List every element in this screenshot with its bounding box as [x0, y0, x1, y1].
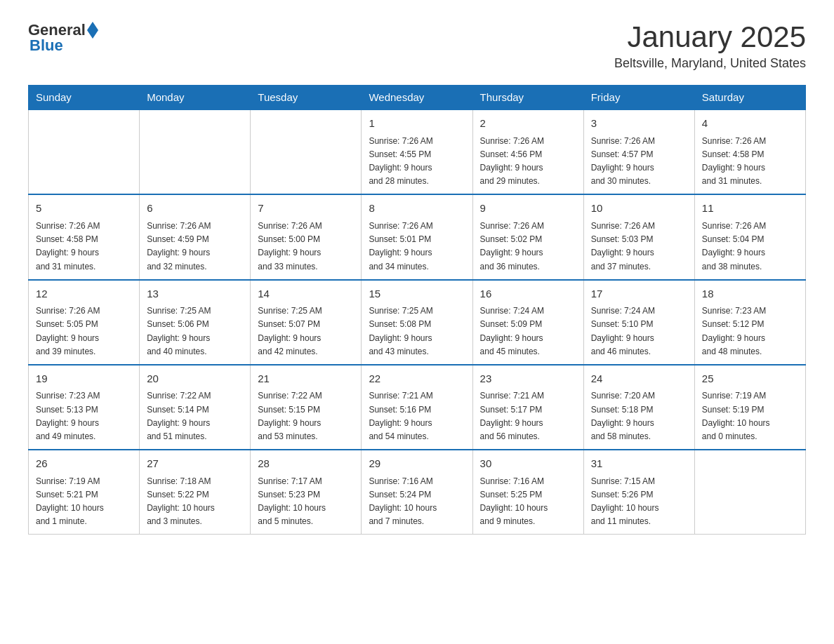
day-cell: 22Sunrise: 7:21 AM Sunset: 5:16 PM Dayli…: [362, 365, 472, 450]
logo-triangle-down-icon: [87, 30, 98, 39]
day-cell: [251, 109, 362, 194]
day-info: Sunrise: 7:22 AM Sunset: 5:15 PM Dayligh…: [258, 389, 354, 443]
day-number: 6: [147, 201, 243, 217]
logo-blue-text: Blue: [29, 36, 63, 55]
day-info: Sunrise: 7:21 AM Sunset: 5:16 PM Dayligh…: [369, 389, 465, 443]
day-cell: 28Sunrise: 7:17 AM Sunset: 5:23 PM Dayli…: [251, 450, 362, 535]
day-info: Sunrise: 7:16 AM Sunset: 5:25 PM Dayligh…: [480, 475, 576, 529]
day-info: Sunrise: 7:26 AM Sunset: 4:59 PM Dayligh…: [147, 220, 243, 274]
day-info: Sunrise: 7:26 AM Sunset: 4:56 PM Dayligh…: [480, 135, 576, 189]
day-info: Sunrise: 7:18 AM Sunset: 5:22 PM Dayligh…: [147, 475, 243, 529]
title-section: January 2025 Beltsville, Maryland, Unite…: [614, 21, 806, 71]
day-cell: 15Sunrise: 7:25 AM Sunset: 5:08 PM Dayli…: [362, 280, 472, 365]
day-info: Sunrise: 7:26 AM Sunset: 4:58 PM Dayligh…: [702, 135, 798, 189]
week-row-3: 12Sunrise: 7:26 AM Sunset: 5:05 PM Dayli…: [29, 280, 806, 365]
day-number: 3: [591, 116, 687, 132]
header-cell-tuesday: Tuesday: [251, 86, 362, 110]
day-cell: 9Sunrise: 7:26 AM Sunset: 5:02 PM Daylig…: [472, 194, 583, 279]
header-cell-saturday: Saturday: [694, 86, 805, 110]
day-number: 27: [147, 456, 243, 472]
week-row-4: 19Sunrise: 7:23 AM Sunset: 5:13 PM Dayli…: [29, 365, 806, 450]
day-info: Sunrise: 7:21 AM Sunset: 5:17 PM Dayligh…: [480, 389, 576, 443]
day-info: Sunrise: 7:26 AM Sunset: 5:04 PM Dayligh…: [702, 220, 798, 274]
day-info: Sunrise: 7:26 AM Sunset: 5:05 PM Dayligh…: [36, 304, 132, 358]
day-info: Sunrise: 7:23 AM Sunset: 5:13 PM Dayligh…: [36, 389, 132, 443]
day-info: Sunrise: 7:16 AM Sunset: 5:24 PM Dayligh…: [369, 475, 465, 529]
day-info: Sunrise: 7:26 AM Sunset: 4:55 PM Dayligh…: [369, 135, 465, 189]
day-number: 23: [480, 371, 576, 387]
day-cell: 18Sunrise: 7:23 AM Sunset: 5:12 PM Dayli…: [694, 280, 805, 365]
day-cell: 5Sunrise: 7:26 AM Sunset: 4:58 PM Daylig…: [29, 194, 140, 279]
day-cell: 19Sunrise: 7:23 AM Sunset: 5:13 PM Dayli…: [29, 365, 140, 450]
week-row-5: 26Sunrise: 7:19 AM Sunset: 5:21 PM Dayli…: [29, 450, 806, 535]
day-number: 18: [702, 286, 798, 302]
day-info: Sunrise: 7:26 AM Sunset: 5:03 PM Dayligh…: [591, 220, 687, 274]
day-info: Sunrise: 7:19 AM Sunset: 5:21 PM Dayligh…: [36, 475, 132, 529]
day-cell: [29, 109, 140, 194]
day-info: Sunrise: 7:24 AM Sunset: 5:09 PM Dayligh…: [480, 304, 576, 358]
day-cell: 10Sunrise: 7:26 AM Sunset: 5:03 PM Dayli…: [583, 194, 694, 279]
day-cell: 6Sunrise: 7:26 AM Sunset: 4:59 PM Daylig…: [140, 194, 251, 279]
day-cell: 14Sunrise: 7:25 AM Sunset: 5:07 PM Dayli…: [251, 280, 362, 365]
header-row: SundayMondayTuesdayWednesdayThursdayFrid…: [29, 86, 806, 110]
day-info: Sunrise: 7:15 AM Sunset: 5:26 PM Dayligh…: [591, 475, 687, 529]
day-cell: 16Sunrise: 7:24 AM Sunset: 5:09 PM Dayli…: [472, 280, 583, 365]
day-number: 8: [369, 201, 465, 217]
day-number: 31: [591, 456, 687, 472]
day-cell: 12Sunrise: 7:26 AM Sunset: 5:05 PM Dayli…: [29, 280, 140, 365]
day-cell: 13Sunrise: 7:25 AM Sunset: 5:06 PM Dayli…: [140, 280, 251, 365]
day-number: 4: [702, 116, 798, 132]
day-number: 26: [36, 456, 132, 472]
day-info: Sunrise: 7:26 AM Sunset: 4:57 PM Dayligh…: [591, 135, 687, 189]
day-number: 11: [702, 201, 798, 217]
day-number: 25: [702, 371, 798, 387]
page-header: General Blue January 2025 Beltsville, Ma…: [28, 21, 806, 71]
day-number: 30: [480, 456, 576, 472]
day-number: 28: [258, 456, 354, 472]
day-cell: 25Sunrise: 7:19 AM Sunset: 5:19 PM Dayli…: [694, 365, 805, 450]
day-cell: 4Sunrise: 7:26 AM Sunset: 4:58 PM Daylig…: [694, 109, 805, 194]
week-row-1: 1Sunrise: 7:26 AM Sunset: 4:55 PM Daylig…: [29, 109, 806, 194]
day-info: Sunrise: 7:22 AM Sunset: 5:14 PM Dayligh…: [147, 389, 243, 443]
day-number: 14: [258, 286, 354, 302]
day-cell: 8Sunrise: 7:26 AM Sunset: 5:01 PM Daylig…: [362, 194, 472, 279]
calendar-table: SundayMondayTuesdayWednesdayThursdayFrid…: [28, 85, 806, 535]
day-cell: 31Sunrise: 7:15 AM Sunset: 5:26 PM Dayli…: [583, 450, 694, 535]
header-cell-sunday: Sunday: [29, 86, 140, 110]
calendar-subtitle: Beltsville, Maryland, United States: [614, 56, 806, 71]
day-cell: 3Sunrise: 7:26 AM Sunset: 4:57 PM Daylig…: [583, 109, 694, 194]
logo: General Blue: [28, 21, 98, 55]
day-number: 19: [36, 371, 132, 387]
day-number: 7: [258, 201, 354, 217]
day-info: Sunrise: 7:25 AM Sunset: 5:07 PM Dayligh…: [258, 304, 354, 358]
day-info: Sunrise: 7:24 AM Sunset: 5:10 PM Dayligh…: [591, 304, 687, 358]
day-info: Sunrise: 7:26 AM Sunset: 5:02 PM Dayligh…: [480, 220, 576, 274]
header-cell-friday: Friday: [583, 86, 694, 110]
day-number: 13: [147, 286, 243, 302]
header-cell-monday: Monday: [140, 86, 251, 110]
day-number: 12: [36, 286, 132, 302]
day-info: Sunrise: 7:23 AM Sunset: 5:12 PM Dayligh…: [702, 304, 798, 358]
day-info: Sunrise: 7:19 AM Sunset: 5:19 PM Dayligh…: [702, 389, 798, 443]
day-info: Sunrise: 7:26 AM Sunset: 5:00 PM Dayligh…: [258, 220, 354, 274]
day-number: 15: [369, 286, 465, 302]
day-cell: 1Sunrise: 7:26 AM Sunset: 4:55 PM Daylig…: [362, 109, 472, 194]
day-cell: 7Sunrise: 7:26 AM Sunset: 5:00 PM Daylig…: [251, 194, 362, 279]
day-number: 22: [369, 371, 465, 387]
header-cell-thursday: Thursday: [472, 86, 583, 110]
day-info: Sunrise: 7:25 AM Sunset: 5:06 PM Dayligh…: [147, 304, 243, 358]
day-info: Sunrise: 7:26 AM Sunset: 4:58 PM Dayligh…: [36, 220, 132, 274]
day-number: 1: [369, 116, 465, 132]
day-info: Sunrise: 7:17 AM Sunset: 5:23 PM Dayligh…: [258, 475, 354, 529]
day-number: 16: [480, 286, 576, 302]
day-number: 5: [36, 201, 132, 217]
logo-triangle-up-icon: [87, 22, 98, 30]
day-cell: 27Sunrise: 7:18 AM Sunset: 5:22 PM Dayli…: [140, 450, 251, 535]
day-number: 17: [591, 286, 687, 302]
day-cell: [694, 450, 805, 535]
day-cell: 30Sunrise: 7:16 AM Sunset: 5:25 PM Dayli…: [472, 450, 583, 535]
day-cell: 26Sunrise: 7:19 AM Sunset: 5:21 PM Dayli…: [29, 450, 140, 535]
calendar-title: January 2025: [614, 21, 806, 53]
day-cell: 29Sunrise: 7:16 AM Sunset: 5:24 PM Dayli…: [362, 450, 472, 535]
day-cell: 2Sunrise: 7:26 AM Sunset: 4:56 PM Daylig…: [472, 109, 583, 194]
